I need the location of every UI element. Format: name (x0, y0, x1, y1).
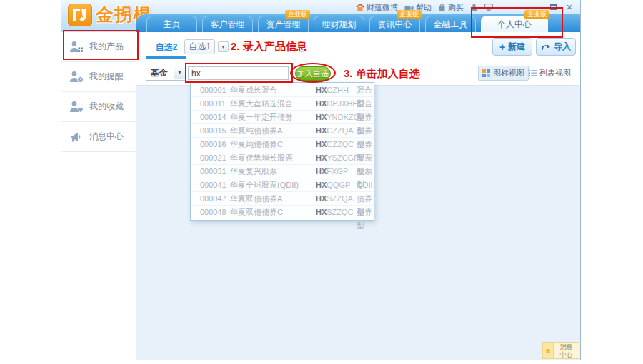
fund-suggestion-row[interactable]: 000021 华夏优势增长股票 HXYSZCGP 股票型 (191, 151, 374, 165)
fund-name: 华夏大盘精选混合 (230, 97, 316, 110)
fund-suggestion-row[interactable]: 000048 华夏双债债券C HXSZZQC 债券型 (191, 206, 374, 219)
nav-tab[interactable]: 理财规划 (314, 16, 364, 32)
fund-type: 债券型 (357, 111, 374, 123)
import-button[interactable]: 导入 (536, 38, 576, 56)
fund-suggestion-row[interactable]: 000001 华夏成长混合 HXCZHH 混合型 (191, 84, 374, 97)
add-to-watchlist-button[interactable]: 加入自选 (295, 66, 331, 81)
buy-link[interactable]: 购买 (438, 2, 464, 13)
sidebar-item-label: 我的提醒 (89, 71, 124, 83)
list-view-button[interactable]: 列表视图 (525, 66, 574, 81)
fund-name: 华夏双债债券A (230, 192, 316, 205)
sidebar-item-label: 消息中心 (89, 131, 124, 143)
close-button[interactable]: × (564, 2, 574, 11)
category-select[interactable]: 基金 ▼ (146, 66, 186, 81)
watchlist-dropdown-button[interactable]: ▼ (218, 41, 229, 52)
fund-name: 华夏双债债券C (230, 206, 316, 219)
search-toolbar: 基金 ▼ 加入自选 3. 单击加入自选 图标视图 (136, 61, 580, 85)
fund-name: 华夏成长混合 (230, 84, 316, 96)
fund-code: 000048 (191, 206, 230, 219)
nav-tab[interactable]: 金融工具 (425, 16, 476, 32)
nav-tab-label: 理财规划 (322, 19, 357, 29)
maximize-icon (550, 4, 557, 10)
fund-suggestion-row[interactable]: 000041 华夏全球股票(QDII) HXQQGP QDII (191, 178, 374, 192)
fund-type: QDII (357, 178, 374, 191)
new-button[interactable]: + 新建 (492, 38, 532, 56)
nav-tab-label: 金融工具 (434, 19, 468, 29)
shopping-bag-icon (438, 4, 446, 11)
fund-name: 华夏复兴股票 (230, 165, 316, 178)
fund-type: 债券型 (357, 206, 374, 219)
fund-pinyin: HXYSZCGP (316, 151, 357, 164)
nav-tab[interactable]: 资讯中心 企业版 (369, 16, 420, 32)
fund-pinyin: HXCZZQC (316, 138, 357, 151)
watchlist-tab-row: 自选2 自选1 ▼ 2. 录入产品信息 + 新建 导入 (136, 32, 580, 61)
sidebar-item-label: 我的产品 (89, 41, 124, 53)
tab-watchlist-2[interactable]: 自选2 (146, 38, 186, 59)
nav-tab-label: 客户管理 (211, 19, 245, 29)
enterprise-badge: 企业版 (524, 10, 549, 19)
fund-code: 000011 (191, 97, 230, 110)
import-arrow-icon (541, 43, 551, 51)
category-select-value: 基金 (151, 66, 168, 80)
app-window: 金拐棍 财蕴微博 帮助 (61, 0, 581, 360)
person-icon (470, 4, 478, 11)
nav-tab[interactable]: 个人中心 企业版 (481, 16, 548, 32)
desktop-button[interactable] (484, 4, 493, 11)
nav-tab[interactable]: 资产管理 企业版 (258, 16, 309, 32)
tab-watchlist-1[interactable]: 自选1 (184, 39, 215, 54)
app-logo-icon (68, 4, 92, 26)
message-center-collapsed-tab[interactable]: « 消息 中心 (542, 342, 579, 359)
fund-type: 混合型 (357, 97, 374, 110)
list-view-icon (529, 69, 537, 77)
fund-suggestion-row[interactable]: 000015 华夏纯债债券A HXCZZQA 债券型 (191, 124, 374, 138)
person-clock-icon (69, 71, 84, 84)
sidebar-item-my-favorites[interactable]: 我的收藏 (61, 92, 136, 122)
sidebar-item-message-center[interactable]: 消息中心 (61, 122, 136, 152)
sidebar-item-my-products[interactable]: 我的产品 (61, 32, 136, 62)
fund-type: 混合型 (357, 84, 374, 96)
sidebar-item-my-reminders[interactable]: 我的提醒 (61, 62, 136, 92)
annotation-step-3: 3. 单击加入自选 (344, 67, 420, 81)
annotation-step-2: 2. 录入产品信息 (231, 40, 307, 54)
fund-code: 000015 (191, 124, 230, 137)
enterprise-badge: 企业版 (285, 10, 310, 19)
fund-name: 华夏优势增长股票 (230, 151, 316, 164)
nav-tab-label: 资产管理 (266, 19, 301, 29)
nav-tab-label: 个人中心 (497, 19, 532, 29)
main-panel: › 自选2 自选1 ▼ 2. 录入产品信息 + 新建 导入 (136, 32, 580, 360)
sidebar-item-label: 我的收藏 (89, 101, 124, 113)
fund-type: 债券型 (357, 124, 374, 137)
fund-pinyin: HXYNDKZQ (316, 111, 357, 123)
enterprise-badge: 企业版 (397, 10, 422, 19)
fund-code: 000047 (191, 192, 230, 205)
user-button[interactable] (470, 4, 478, 11)
main-nav: 主页 客户管理 资产管理 企业版 理财规划 资讯中心 企业版 金融工具 个人中心… (136, 14, 580, 32)
maximize-button[interactable] (548, 2, 558, 11)
nav-tab[interactable]: 主页 (146, 16, 197, 32)
weibo-link[interactable]: 财蕴微博 (356, 2, 398, 13)
fund-pinyin: HXQQGP (316, 178, 357, 191)
fund-name: 华夏一年定开债券 (230, 111, 316, 123)
fund-pinyin: HXCZHH (316, 84, 357, 96)
fund-pinyin: HXDPJXHH (316, 97, 357, 110)
fund-suggestion-row[interactable]: 000047 华夏双债债券A HXSZZQA 债券型 (191, 192, 374, 206)
fund-type: 债券型 (357, 192, 374, 205)
fund-suggestion-row[interactable]: 000014 华夏一年定开债券 HXYNDKZQ 债券型 (191, 111, 374, 124)
fund-suggestion-row[interactable]: 000031 华夏复兴股票 HXFXGP 股票型 (191, 165, 374, 178)
fund-suggestion-row[interactable]: 000011 华夏大盘精选混合 HXDPJXHH 混合型 (191, 97, 374, 111)
quick-links: 财蕴微博 帮助 购买 (356, 2, 493, 13)
fund-search-input[interactable] (188, 66, 289, 80)
fund-type: 债券型 (357, 138, 374, 151)
nav-tab[interactable]: 客户管理 (202, 16, 253, 32)
title-bar: 金拐棍 财蕴微博 帮助 (61, 0, 580, 32)
collapse-icon: « (542, 342, 554, 359)
fund-type: 股票型 (357, 165, 374, 178)
nav-tab-label: 主页 (164, 19, 181, 29)
fund-suggestion-row[interactable]: 000016 华夏纯债债券C HXCZZQC 债券型 (191, 138, 374, 151)
megaphone-icon (69, 131, 84, 143)
icon-view-button[interactable]: 图标视图 (478, 66, 529, 81)
plus-icon: + (499, 41, 505, 53)
fund-pinyin: HXSZZQC (316, 206, 357, 219)
person-heart-icon (69, 101, 84, 113)
fund-type: 股票型 (357, 151, 374, 164)
